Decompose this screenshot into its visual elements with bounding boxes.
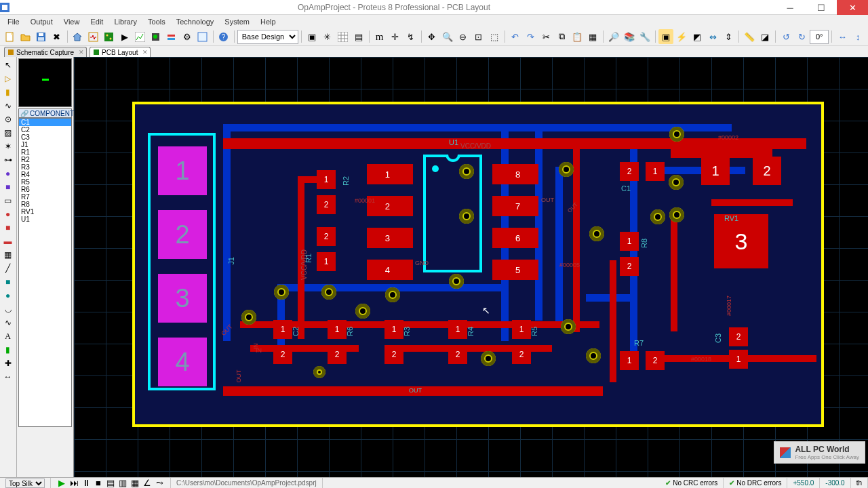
save-icon[interactable] bbox=[34, 29, 49, 44]
redo-icon[interactable]: ↷ bbox=[524, 29, 538, 44]
select-mode-icon[interactable]: ↖ bbox=[0, 58, 16, 72]
ruler-icon[interactable]: 📏 bbox=[742, 29, 757, 44]
library-icon[interactable]: 📚 bbox=[622, 29, 637, 44]
mirror-h-icon[interactable]: ⇔ bbox=[705, 29, 720, 44]
filled-circle-icon[interactable]: ● bbox=[0, 289, 16, 302]
ratsnest-icon[interactable]: ✳ bbox=[320, 29, 335, 44]
list-item[interactable]: R2 bbox=[19, 156, 71, 163]
tab-pcb-layout[interactable]: PCB Layout ✕ bbox=[90, 47, 151, 57]
tab-close-icon[interactable]: ✕ bbox=[142, 48, 148, 57]
netlist-icon[interactable] bbox=[195, 29, 210, 44]
autoplacer-icon[interactable]: ◩ bbox=[690, 29, 705, 44]
zone-mode-icon[interactable]: ▨ bbox=[0, 126, 16, 140]
dimension-icon[interactable]: ↔ bbox=[0, 370, 16, 384]
origin-icon[interactable]: ✛ bbox=[388, 29, 403, 44]
tab-close-icon[interactable]: ✕ bbox=[79, 48, 84, 57]
close-project-icon[interactable]: ✖ bbox=[50, 29, 64, 44]
package-mode-icon[interactable]: ▮ bbox=[0, 85, 16, 99]
step-icon[interactable]: ⏭ bbox=[68, 479, 79, 488]
list-item[interactable]: C1 bbox=[19, 119, 71, 126]
arc-icon[interactable]: ◡ bbox=[0, 302, 16, 316]
list-item[interactable]: C3 bbox=[19, 134, 71, 141]
gerber-icon[interactable] bbox=[149, 29, 163, 44]
stop-icon[interactable]: ■ bbox=[93, 479, 104, 488]
paste-icon[interactable]: 📋 bbox=[570, 29, 585, 44]
units-metric-icon[interactable]: m bbox=[372, 29, 387, 44]
list-item[interactable]: R5 bbox=[19, 178, 71, 186]
pcb-icon[interactable] bbox=[102, 29, 117, 44]
list-item[interactable]: J1 bbox=[19, 141, 71, 148]
mirror-v-icon[interactable]: ⇕ bbox=[721, 29, 736, 44]
rotation-angle-field[interactable] bbox=[810, 30, 829, 44]
marker-icon[interactable]: ✚ bbox=[0, 357, 16, 370]
run-icon[interactable]: ▶ bbox=[56, 479, 67, 488]
circle-2d-icon[interactable]: ● bbox=[0, 207, 16, 221]
new-file-icon[interactable] bbox=[3, 29, 18, 44]
about-icon[interactable]: ? bbox=[216, 29, 231, 44]
zoom-area-icon[interactable]: ⬚ bbox=[487, 29, 502, 44]
route-icon[interactable]: ⤳ bbox=[154, 479, 165, 488]
home-icon[interactable] bbox=[71, 29, 85, 44]
rotate-cw-icon[interactable]: ↻ bbox=[794, 29, 809, 44]
copy-icon[interactable]: ⧉ bbox=[554, 29, 569, 44]
window-maximize-button[interactable]: ☐ bbox=[806, 0, 837, 15]
filled-box-icon[interactable]: ■ bbox=[0, 275, 16, 289]
list-item[interactable]: R8 bbox=[19, 201, 71, 208]
line-2d-icon[interactable]: ╱ bbox=[0, 262, 16, 275]
rotate-ccw-icon[interactable]: ↺ bbox=[778, 29, 793, 44]
list-item[interactable]: C2 bbox=[19, 126, 71, 134]
filter-icon[interactable]: ▤ bbox=[105, 479, 116, 488]
tools-icon[interactable]: 🔧 bbox=[637, 29, 652, 44]
list-item[interactable]: R7 bbox=[19, 193, 71, 201]
filter2-icon[interactable]: ▥ bbox=[117, 479, 128, 488]
open-file-icon[interactable] bbox=[18, 29, 33, 44]
window-minimize-button[interactable]: ─ bbox=[774, 0, 806, 15]
highlight-nets-icon[interactable]: ▣ bbox=[658, 29, 673, 44]
ratsnest-mode-icon[interactable]: ✶ bbox=[0, 140, 16, 153]
tab-schematic-capture[interactable]: Schematic Capture ✕ bbox=[4, 47, 87, 57]
block-copy-icon[interactable]: ▦ bbox=[585, 29, 600, 44]
component-mode-icon[interactable]: ▣ bbox=[304, 29, 319, 44]
hatch-icon[interactable]: ▦ bbox=[0, 248, 16, 262]
square-pad-icon[interactable]: ■ bbox=[0, 180, 16, 194]
list-item[interactable]: U1 bbox=[19, 216, 71, 223]
menu-tools[interactable]: Tools bbox=[143, 16, 170, 27]
grid-icon[interactable] bbox=[336, 29, 351, 44]
path-icon[interactable]: ∿ bbox=[0, 316, 16, 329]
list-item[interactable]: R1 bbox=[19, 148, 71, 156]
via-mode-icon[interactable]: ⊙ bbox=[0, 113, 16, 126]
polygon-2d-icon[interactable]: ▬ bbox=[0, 235, 16, 248]
angle-icon[interactable]: ∠ bbox=[142, 479, 153, 488]
layer-select[interactable]: Top Silk bbox=[5, 479, 45, 488]
pause-icon[interactable]: ⏸ bbox=[81, 479, 92, 488]
simulate-icon[interactable]: ▶ bbox=[117, 29, 132, 44]
pcb-canvas[interactable]: 1 2 3 4 J1 OUT OUT IN U1 VCC/VDD 1 2 3 4… bbox=[74, 57, 868, 477]
drc-icon[interactable]: ⚙ bbox=[180, 29, 195, 44]
cut-icon[interactable]: ✂ bbox=[538, 29, 553, 44]
round-pad-icon[interactable]: ● bbox=[0, 167, 16, 180]
filter3-icon[interactable]: ▦ bbox=[130, 479, 140, 488]
chart-icon[interactable] bbox=[133, 29, 148, 44]
design-variant-select[interactable]: Base Design bbox=[237, 30, 298, 44]
schematic-icon[interactable] bbox=[86, 29, 101, 44]
zoom-all-icon[interactable]: ⊡ bbox=[471, 29, 486, 44]
layers-icon[interactable] bbox=[164, 29, 179, 44]
undo-icon[interactable]: ↶ bbox=[508, 29, 523, 44]
box-2d-icon[interactable]: ■ bbox=[0, 221, 16, 235]
menu-technology[interactable]: Technology bbox=[172, 16, 219, 27]
zoom-out-icon[interactable]: ⊖ bbox=[456, 29, 471, 44]
track-mode-icon[interactable]: ∿ bbox=[0, 99, 16, 113]
symbol-icon[interactable]: ▮ bbox=[0, 343, 16, 357]
overview-minimap[interactable] bbox=[18, 58, 72, 107]
components-list[interactable]: C1 C2 C3 J1 R1 R2 R3 R4 R5 R6 R7 R8 RV1 … bbox=[18, 118, 72, 427]
list-item[interactable]: R6 bbox=[19, 186, 71, 193]
find-icon[interactable]: 🔎 bbox=[606, 29, 621, 44]
3d-icon[interactable]: ◪ bbox=[757, 29, 772, 44]
text-icon[interactable]: A bbox=[0, 329, 16, 343]
list-item[interactable]: RV1 bbox=[19, 208, 71, 216]
list-item[interactable]: R4 bbox=[19, 171, 71, 178]
menu-edit[interactable]: Edit bbox=[85, 16, 108, 27]
menu-view[interactable]: View bbox=[59, 16, 85, 27]
flip-v-icon[interactable]: ↕ bbox=[850, 29, 865, 44]
menu-system[interactable]: System bbox=[220, 16, 254, 27]
